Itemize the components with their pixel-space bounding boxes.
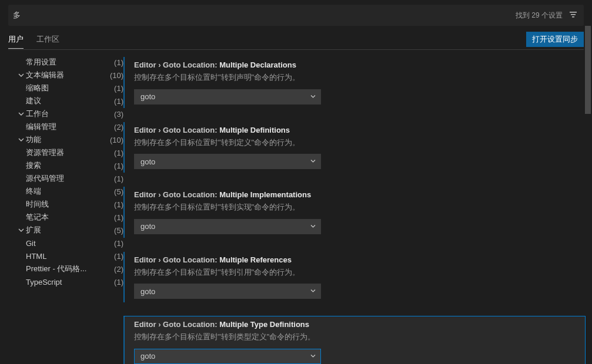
sidebar-item-label: 源代码管理 <box>26 173 112 184</box>
sidebar-item-count: (1) <box>114 84 123 93</box>
sidebar-item-label: 文本编辑器 <box>26 70 108 80</box>
sidebar-item-count: (10) <box>110 71 123 80</box>
sidebar-item-label: 笔记本 <box>26 212 112 223</box>
setting-title: Editor › Goto Location: Multiple Impleme… <box>134 190 574 199</box>
sidebar-item[interactable]: 缩略图 (1) <box>8 82 123 95</box>
setting-select[interactable]: goto <box>134 284 321 299</box>
sidebar-item-count: (5) <box>114 187 123 196</box>
setting-select-wrap: goto <box>134 284 321 299</box>
sidebar-item[interactable]: 功能 (10) <box>8 133 123 146</box>
setting-title: Editor › Goto Location: Multiple Declara… <box>134 60 574 69</box>
setting-item[interactable]: Editor › Goto Location: Multiple Definit… <box>123 122 585 173</box>
sidebar-item[interactable]: TypeScript (1) <box>8 275 123 288</box>
sidebar-item[interactable]: 笔记本 (1) <box>8 211 123 224</box>
setting-title: Editor › Goto Location: Multiple Referen… <box>134 255 574 264</box>
sidebar-item-count: (1) <box>114 239 123 248</box>
sidebar-item-label: 缩略图 <box>26 83 112 93</box>
settings-content: Editor › Goto Location: Multiple Declara… <box>123 50 592 364</box>
sidebar-item[interactable]: 源代码管理 (1) <box>8 172 123 185</box>
sidebar-item[interactable]: Prettier - 代码格... (2) <box>8 262 123 275</box>
setting-select[interactable]: goto <box>134 154 321 169</box>
sidebar-item-count: (1) <box>114 278 123 287</box>
chevron-down-icon <box>16 227 26 233</box>
settings-search-bar: 找到 29 个设置 <box>8 5 584 26</box>
tab-workspace[interactable]: 工作区 <box>36 31 59 48</box>
setting-description: 控制存在多个目标位置时"转到类型定义"命令的行为。 <box>134 331 574 343</box>
setting-select-wrap: goto <box>134 349 321 364</box>
chevron-down-icon <box>16 111 26 117</box>
sidebar-item-count: (2) <box>114 123 123 132</box>
chevron-down-icon <box>16 137 26 143</box>
setting-item[interactable]: Editor › Goto Location: Multiple Type De… <box>123 316 585 364</box>
sidebar-item-count: (1) <box>114 174 123 183</box>
setting-select-wrap: goto <box>134 89 321 105</box>
sidebar-item[interactable]: Git (1) <box>8 237 123 250</box>
setting-item[interactable]: Editor › Goto Location: Multiple Declara… <box>123 57 585 108</box>
svg-rect-1 <box>571 14 576 15</box>
sidebar-item-count: (1) <box>114 58 123 67</box>
sidebar-item-count: (1) <box>114 97 123 106</box>
sidebar-item-label: 搜索 <box>26 160 112 171</box>
search-result-count: 找到 29 个设置 <box>516 11 563 21</box>
setting-title: Editor › Goto Location: Multiple Type De… <box>134 320 574 329</box>
svg-rect-2 <box>572 16 574 18</box>
sidebar-item-label: 常用设置 <box>26 57 112 68</box>
setting-item[interactable]: Editor › Goto Location: Multiple Referen… <box>123 252 585 303</box>
setting-item[interactable]: Editor › Goto Location: Multiple Impleme… <box>123 187 585 238</box>
sidebar-item[interactable]: 终端 (5) <box>8 185 123 198</box>
tab-user[interactable]: 用户 <box>8 31 24 49</box>
settings-tabs: 用户 工作区 打开设置同步 <box>0 29 592 49</box>
open-settings-sync-button[interactable]: 打开设置同步 <box>526 32 584 47</box>
setting-select-wrap: goto <box>134 154 321 169</box>
sidebar-item[interactable]: 工作台 (3) <box>8 107 123 120</box>
sidebar-item-count: (1) <box>114 252 123 261</box>
sidebar-item-label: 终端 <box>26 186 112 197</box>
setting-select[interactable]: goto <box>134 89 321 105</box>
svg-rect-0 <box>570 12 577 13</box>
sidebar-item-label: 工作台 <box>26 109 112 119</box>
setting-select-wrap: goto <box>134 219 321 234</box>
sidebar-item-count: (2) <box>114 265 123 274</box>
sidebar-item-count: (5) <box>114 226 123 235</box>
sidebar-item-label: HTML <box>26 252 112 261</box>
sidebar-item-label: 资源管理器 <box>26 147 112 158</box>
sidebar-item-count: (1) <box>114 149 123 157</box>
settings-sidebar: 常用设置 (1)文本编辑器 (10)缩略图 (1)建议 (1)工作台 (3)编辑… <box>0 50 123 364</box>
setting-title: Editor › Goto Location: Multiple Definit… <box>134 126 574 134</box>
sidebar-item-label: TypeScript <box>26 278 112 287</box>
sidebar-item-label: 编辑管理 <box>26 122 112 132</box>
sidebar-item-count: (10) <box>110 136 123 144</box>
sidebar-item-label: 建议 <box>26 96 112 106</box>
setting-select[interactable]: goto <box>134 349 321 364</box>
setting-description: 控制存在多个目标位置时"转到引用"命令的行为。 <box>134 267 574 278</box>
scrollbar-thumb[interactable] <box>585 26 591 114</box>
sidebar-item[interactable]: 编辑管理 (2) <box>8 120 123 133</box>
sidebar-item[interactable]: 资源管理器 (1) <box>8 146 123 159</box>
sidebar-item-count: (1) <box>114 213 123 222</box>
sidebar-item[interactable]: 文本编辑器 (10) <box>8 69 123 82</box>
chevron-down-icon <box>16 72 26 78</box>
sidebar-item-count: (1) <box>114 161 123 170</box>
sidebar-item-label: Git <box>26 239 112 248</box>
setting-select[interactable]: goto <box>134 219 321 234</box>
sidebar-item[interactable]: 建议 (1) <box>8 95 123 107</box>
settings-search-input[interactable] <box>13 11 516 20</box>
sidebar-item[interactable]: HTML (1) <box>8 250 123 262</box>
filter-icon[interactable] <box>567 9 579 22</box>
sidebar-item-count: (1) <box>114 200 123 209</box>
sidebar-item-label: 时间线 <box>26 199 112 210</box>
setting-description: 控制存在多个目标位置时"转到实现"命令的行为。 <box>134 201 574 213</box>
setting-description: 控制存在多个目标位置时"转到声明"命令的行为。 <box>134 72 574 83</box>
sidebar-item[interactable]: 时间线 (1) <box>8 198 123 211</box>
scrollbar-track <box>585 26 592 364</box>
sidebar-item[interactable]: 搜索 (1) <box>8 159 123 172</box>
sidebar-item-label: Prettier - 代码格... <box>26 264 112 274</box>
sidebar-item-label: 功能 <box>26 134 108 145</box>
sidebar-item[interactable]: 扩展 (5) <box>8 224 123 237</box>
setting-description: 控制存在多个目标位置时"转到定义"命令的行为。 <box>134 137 574 149</box>
sidebar-item[interactable]: 常用设置 (1) <box>8 56 123 69</box>
sidebar-item-label: 扩展 <box>26 225 112 235</box>
sidebar-item-count: (3) <box>114 110 123 119</box>
